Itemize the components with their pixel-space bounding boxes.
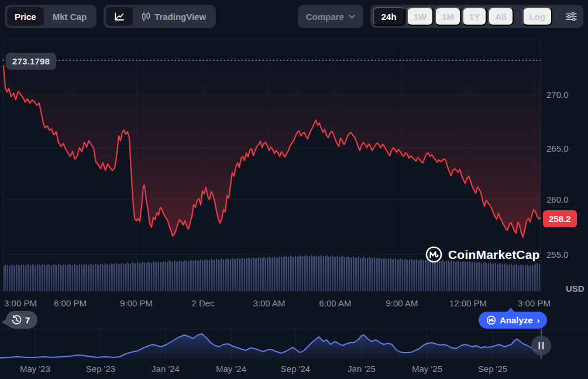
y-axis-label: 265.0 xyxy=(546,144,569,153)
minichart-x-label: Sep '23 xyxy=(86,364,115,374)
minichart-x-label: May '25 xyxy=(412,364,442,374)
analyze-logo-icon xyxy=(486,315,496,325)
x-axis-label: 12:00 PM xyxy=(449,298,487,308)
coinmarketcap-chart-page: { "toolbar": { "price_label": "Price", "… xyxy=(0,0,588,379)
analyze-label: Analyze xyxy=(500,315,533,325)
x-axis-label: 9:00 AM xyxy=(386,298,418,308)
history-badge[interactable]: 7 xyxy=(6,311,37,329)
x-axis-label: 2 Dec xyxy=(191,298,214,308)
minichart-x-label: Jan '25 xyxy=(348,364,376,374)
coinmarketcap-watermark: CoinMarketCap xyxy=(425,245,540,264)
x-axis-label: 6:00 AM xyxy=(319,298,351,308)
minichart-x-label: Sep '25 xyxy=(478,364,507,374)
minichart-x-label: Jan '24 xyxy=(152,364,180,374)
range-scrubber-handle[interactable] xyxy=(531,336,551,356)
y-axis-label: 270.0 xyxy=(546,90,569,100)
x-axis-label: 6:00 PM xyxy=(54,298,87,308)
history-icon xyxy=(12,315,22,325)
history-count: 7 xyxy=(25,315,30,325)
x-axis-label: 9:00 PM xyxy=(120,298,153,308)
coinmarketcap-logo-icon xyxy=(425,245,443,264)
currency-label: USD xyxy=(566,284,584,293)
y-axis-label: 255.0 xyxy=(546,250,569,260)
minichart-x-label: May '24 xyxy=(216,364,246,374)
x-axis-label: 3:00 PM xyxy=(4,298,37,308)
analyze-button[interactable]: Analyze › xyxy=(479,312,547,329)
current-price-badge: 258.2 xyxy=(543,210,577,227)
minichart-x-label: May '23 xyxy=(20,364,50,374)
chevron-right-icon: › xyxy=(537,316,540,325)
y-axis-label: 260.0 xyxy=(546,194,569,204)
watermark-text: CoinMarketCap xyxy=(448,248,540,262)
open-price-badge: 273.1798 xyxy=(6,53,56,70)
x-axis-label: 3:00 AM xyxy=(253,298,285,308)
minichart-x-label: Sep '24 xyxy=(281,364,310,374)
x-axis-label: 3:00 PM xyxy=(518,298,551,308)
